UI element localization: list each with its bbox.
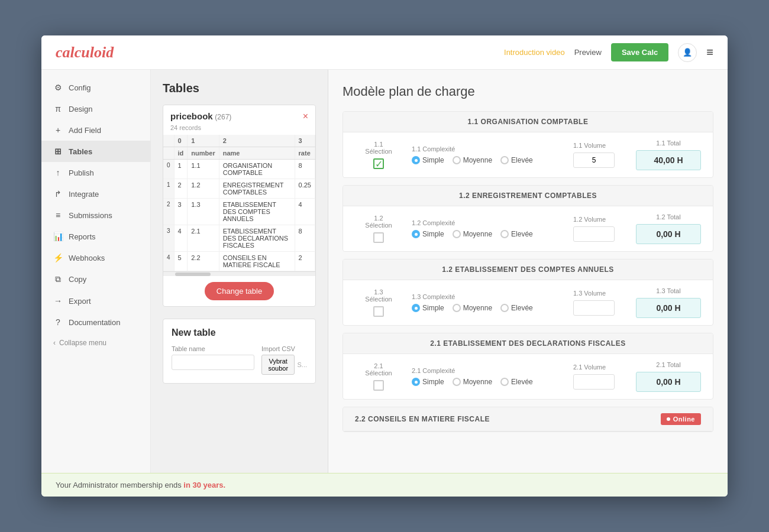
- sidebar-label-export: Export: [69, 297, 91, 306]
- volume-label-2-1: 2.1 Volume: [573, 364, 626, 371]
- table-row: 1 2 1.2 ENREGISTREMENT COMPTABLES 0.25: [163, 179, 315, 199]
- radio-simple-2-1[interactable]: Simple: [412, 378, 444, 386]
- sidebar-label-publish: Publish: [69, 168, 94, 177]
- volume-input-1-1[interactable]: [573, 153, 615, 168]
- sidebar-item-webhooks[interactable]: ⚡ Webhooks: [41, 247, 150, 268]
- total-box-2-1: 0,00 H: [636, 372, 701, 392]
- sidebar-item-submissions[interactable]: ≡ Submissions: [41, 205, 150, 226]
- radio-moyenne-2-1[interactable]: Moyenne: [453, 378, 492, 386]
- app-window: calculoid Introduction video Preview Sav…: [41, 35, 728, 497]
- radio-group-1-2: Simple Moyenne Elevée: [412, 230, 564, 238]
- section-row-1-2: 1.2Sélection 1.2 Complexité Simple: [343, 206, 713, 251]
- sidebar-item-publish[interactable]: ↑ Publish: [41, 162, 150, 183]
- add-field-icon: +: [53, 125, 63, 135]
- volume-input-1-3[interactable]: [573, 300, 615, 316]
- file-choose-button[interactable]: Vybrat soubor: [261, 355, 295, 375]
- hamburger-button[interactable]: ≡: [706, 46, 713, 59]
- change-table-button[interactable]: Change table: [205, 282, 274, 300]
- new-table-section: New table Table name Import CSV Vybrat s…: [163, 319, 316, 384]
- radio-elevee-1-3[interactable]: Elevée: [500, 304, 533, 312]
- sidebar-item-export[interactable]: → Export: [41, 290, 150, 312]
- preview-button[interactable]: Preview: [574, 48, 602, 57]
- sidebar-item-add-field[interactable]: + Add Field: [41, 119, 150, 141]
- sidebar-item-reports[interactable]: 📊 Reports: [41, 226, 150, 247]
- radio-moyenne-1-1[interactable]: Moyenne: [453, 156, 492, 164]
- sidebar-item-documentation[interactable]: ? Documentation: [41, 312, 150, 333]
- tables-icon: ⊞: [53, 147, 63, 156]
- checkbox-2-1[interactable]: [373, 380, 384, 391]
- save-calc-button[interactable]: Save Calc: [611, 43, 668, 61]
- sidebar-label-webhooks: Webhooks: [69, 254, 105, 262]
- tables-panel-title: Tables: [163, 82, 316, 95]
- sidebar-item-copy[interactable]: ⧉ Copy: [41, 268, 150, 290]
- intro-video-link[interactable]: Introduction video: [504, 48, 565, 57]
- radio-simple-1-1[interactable]: Simple: [412, 156, 444, 164]
- reports-icon: 📊: [53, 232, 63, 241]
- table-row: 0 1 1.1 ORGANISATION COMPTABLE 8: [163, 160, 315, 179]
- selection-label-1-1: 1.1Sélection: [355, 141, 402, 155]
- total-box-1-3: 0,00 H: [636, 298, 701, 318]
- table-row: 3 4 2.1 ETABLISSEMENT DES DECLARATIONS F…: [163, 225, 315, 252]
- design-icon: π: [53, 104, 63, 113]
- volume-input-2-1[interactable]: [573, 374, 615, 390]
- user-menu-button[interactable]: 👤: [678, 43, 697, 62]
- section-block-1-3: 1.2 ETABLISSEMENT DES COMPTES ANNUELS 1.…: [343, 259, 713, 326]
- radio-simple-1-3[interactable]: Simple: [412, 304, 444, 312]
- online-dot: [667, 417, 670, 421]
- col-header-0: 0: [174, 135, 188, 147]
- selection-label-1-3: 1.3Sélection: [355, 288, 402, 303]
- col-header-rate: rate: [295, 147, 315, 160]
- sidebar-item-integrate[interactable]: ↱ Integrate: [41, 183, 150, 205]
- row-num: 1: [163, 179, 174, 199]
- pricebook-close-button[interactable]: ×: [303, 111, 308, 122]
- radio-moyenne-1-2[interactable]: Moyenne: [453, 230, 492, 238]
- cell-number: 2.1: [188, 225, 219, 252]
- radio-elevee-1-1[interactable]: Elevée: [500, 156, 533, 164]
- sidebar-item-design[interactable]: π Design: [41, 98, 150, 119]
- radio-simple-1-2[interactable]: Simple: [412, 230, 444, 238]
- row-num: 4: [163, 252, 174, 271]
- radio-circle-elevee-2-1: [500, 378, 509, 386]
- header: calculoid Introduction video Preview Sav…: [41, 35, 728, 70]
- sidebar-collapse[interactable]: ‹ Collapse menu: [41, 333, 150, 353]
- sidebar-label-copy: Copy: [69, 275, 86, 284]
- total-col-2-1: 2.1 Total 0,00 H: [636, 361, 701, 392]
- col-header-blank: [163, 147, 174, 160]
- pricebook-title-group: pricebook (267): [170, 111, 231, 121]
- submissions-icon: ≡: [53, 210, 63, 220]
- volume-col-1-3: 1.3 Volume: [573, 290, 626, 316]
- radio-elevee-2-1[interactable]: Elevée: [500, 378, 533, 386]
- radio-elevee-1-2[interactable]: Elevée: [500, 230, 533, 238]
- checkbox-1-2[interactable]: [373, 232, 384, 243]
- model-title: Modèle plan de charge: [343, 84, 713, 99]
- selection-label-2-1: 2.1Sélection: [355, 362, 402, 377]
- table-name-input[interactable]: [172, 355, 254, 370]
- copy-icon: ⧉: [53, 274, 63, 284]
- checkbox-1-3[interactable]: [373, 306, 384, 317]
- table-row: 4 5 2.2 CONSEILS EN MATIERE FISCALE 2: [163, 252, 315, 271]
- checkbox-1-1[interactable]: ✓: [373, 158, 384, 169]
- cell-rate: 0.25: [295, 179, 315, 199]
- volume-input-1-2[interactable]: [573, 226, 615, 242]
- radio-moyenne-1-3[interactable]: Moyenne: [453, 304, 492, 312]
- sidebar-item-tables[interactable]: ⊞ Tables: [41, 141, 150, 162]
- selection-col-1-1: 1.1Sélection ✓: [355, 141, 402, 169]
- section-header-2-1: 2.1 ETABLISSEMENT DES DECLARATIONS FISCA…: [343, 333, 713, 354]
- footer-text: Your Administrator membership ends in 30…: [56, 481, 225, 489]
- table-row: 2 3 1.3 ETABLISSEMENT DES COMPTES ANNUEL…: [163, 199, 315, 225]
- complexity-label-1-2: 1.2 Complexité: [412, 219, 564, 226]
- row-num: 3: [163, 225, 174, 252]
- pricebook-name: pricebook: [170, 111, 213, 121]
- radio-circle-moyenne-1-3: [453, 304, 461, 312]
- documentation-icon: ?: [53, 317, 63, 327]
- radio-group-1-3: Simple Moyenne Elevée: [412, 304, 564, 312]
- cell-number: 2.2: [188, 252, 219, 271]
- section-row-2-1: 2.1Sélection 2.1 Complexité Simple: [343, 354, 713, 399]
- sidebar-item-config[interactable]: ⚙ Config: [41, 77, 150, 98]
- complexity-col-1-2: 1.2 Complexité Simple Moyenne: [412, 219, 564, 238]
- radio-group-2-1: Simple Moyenne Elevée: [412, 378, 564, 386]
- section-header-1-2: 1.2 ENREGISTREMENT COMPTABLES: [343, 186, 713, 206]
- section-block-1-2: 1.2 ENREGISTREMENT COMPTABLES 1.2Sélecti…: [343, 185, 713, 252]
- sidebar-label-design: Design: [69, 105, 92, 113]
- sidebar-label-config: Config: [69, 83, 91, 92]
